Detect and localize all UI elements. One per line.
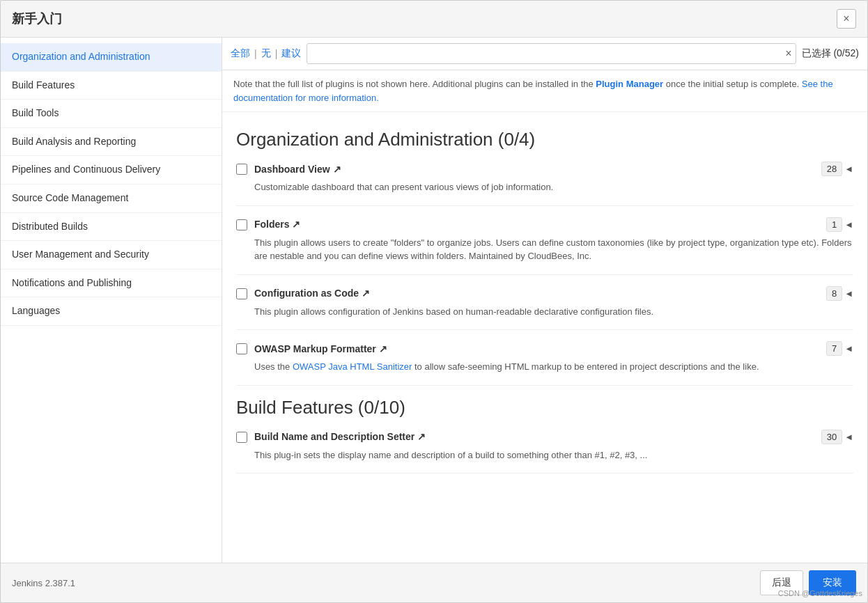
plugin-manager-link[interactable]: Plugin Manager [596,79,663,89]
dialog-title: 新手入门 [12,10,62,27]
plugin-name[interactable]: Folders ↗ [254,219,300,230]
plugin-checkbox[interactable] [236,219,247,230]
section-title: Build Features (0/10) [236,397,853,418]
section-title: Organization and Administration (0/4) [236,129,853,150]
filter-none[interactable]: 无 [261,47,271,60]
plugin-name-row: OWASP Markup Formatter ↗7◄ [254,341,853,356]
sidebar-item-0[interactable]: Organization and Administration [1,43,222,72]
badge-num: 28 [821,162,842,176]
badge-num: 1 [826,217,842,232]
filter-links: 全部 | 无 | 建议 [231,47,301,60]
filter-all[interactable]: 全部 [231,47,250,60]
close-button[interactable]: × [837,9,856,29]
plugin-item: OWASP Markup Formatter ↗7◄Uses the OWASP… [236,341,853,386]
search-clear-icon[interactable]: × [785,48,791,59]
plugin-name-row: Folders ↗1◄ [254,217,853,232]
filter-suggested[interactable]: 建议 [281,47,301,60]
plugin-header: Folders ↗1◄ [236,217,853,232]
badge-icon: ◄ [844,343,853,354]
plugin-badge: 28◄ [821,162,853,176]
badge-num: 30 [821,430,842,444]
dialog-body: Organization and AdministrationBuild Fea… [1,38,867,563]
plugin-item: Build Name and Description Setter ↗30◄Th… [236,430,853,474]
plugin-name-row: Dashboard View ↗28◄ [254,162,853,176]
badge-num: 8 [826,286,842,301]
plugin-item: Configuration as Code ↗8◄This plugin all… [236,286,853,331]
filter-sep-1: | [254,48,257,59]
notice-text-2: once the initial setup is complete. [663,79,802,89]
search-wrapper: × [307,43,796,64]
badge-num: 7 [826,341,842,356]
footer-version: Jenkins 2.387.1 [12,578,75,588]
badge-icon: ◄ [844,432,853,442]
plugin-name-row: Build Name and Description Setter ↗30◄ [254,430,853,444]
plugin-item: Folders ↗1◄This plugin allows users to c… [236,217,853,275]
plugin-badge: 7◄ [826,341,853,356]
sidebar-item-2[interactable]: Build Tools [1,100,222,128]
plugin-name[interactable]: Configuration as Code ↗ [254,288,370,299]
plugin-name[interactable]: Dashboard View ↗ [254,164,341,175]
filter-bar: 全部 | 无 | 建议 × 已选择 (0/52) [222,38,867,70]
sidebar-item-1[interactable]: Build Features [1,72,222,100]
sidebar: Organization and AdministrationBuild Fea… [1,38,222,563]
sidebar-item-4[interactable]: Pipelines and Continuous Delivery [1,156,222,185]
sidebar-item-3[interactable]: Build Analysis and Reporting [1,128,222,157]
plugin-header: Configuration as Code ↗8◄ [236,286,853,301]
selected-count: 已选择 (0/52) [802,47,859,60]
search-input[interactable] [307,43,796,64]
plugin-header: OWASP Markup Formatter ↗7◄ [236,341,853,356]
plugin-desc: This plugin allows users to create "fold… [254,236,853,263]
watermark: CSDN @GottdesKrieges [778,589,862,597]
plugin-desc: This plugin allows configuration of Jenk… [254,305,853,319]
badge-icon: ◄ [844,288,853,299]
sidebar-item-8[interactable]: Notifications and Publishing [1,269,222,298]
filter-sep-2: | [275,48,278,59]
sidebar-item-9[interactable]: Languages [1,297,222,326]
plugin-checkbox[interactable] [236,432,247,443]
plugin-badge: 1◄ [826,217,853,232]
plugin-desc-link[interactable]: OWASP Java HTML Sanitizer [293,361,412,372]
plugin-name-row: Configuration as Code ↗8◄ [254,286,853,301]
plugin-name[interactable]: Build Name and Description Setter ↗ [254,431,426,442]
notice-text-1: Note that the full list of plugins is no… [233,79,596,89]
badge-icon: ◄ [844,219,853,230]
plugin-checkbox[interactable] [236,288,247,299]
plugin-item: Dashboard View ↗28◄Customizable dashboar… [236,162,853,206]
sidebar-item-7[interactable]: User Management and Security [1,241,222,269]
plugin-name[interactable]: OWASP Markup Formatter ↗ [254,343,387,354]
dialog-header: 新手入门 × [1,1,867,38]
plugin-desc: This plug-in sets the display name and d… [254,448,853,462]
notice-bar: Note that the full list of plugins is no… [222,70,867,112]
plugin-header: Build Name and Description Setter ↗30◄ [236,430,853,444]
plugin-desc: Customizable dashboard that can present … [254,180,853,194]
plugin-checkbox[interactable] [236,343,247,354]
plugins-list: Organization and Administration (0/4)Das… [222,112,867,563]
plugin-desc: Uses the OWASP Java HTML Sanitizer to al… [254,360,853,374]
sidebar-item-5[interactable]: Source Code Management [1,185,222,213]
main-content: 全部 | 无 | 建议 × 已选择 (0/52) Note that the f… [222,38,867,563]
main-dialog: 新手入门 × Organization and AdministrationBu… [0,0,868,603]
sidebar-item-6[interactable]: Distributed Builds [1,213,222,242]
plugin-badge: 8◄ [826,286,853,301]
badge-icon: ◄ [844,164,853,174]
plugin-header: Dashboard View ↗28◄ [236,162,853,176]
plugin-checkbox[interactable] [236,164,247,175]
dialog-footer: Jenkins 2.387.1 后退 安装 [1,563,867,602]
plugin-badge: 30◄ [821,430,853,444]
